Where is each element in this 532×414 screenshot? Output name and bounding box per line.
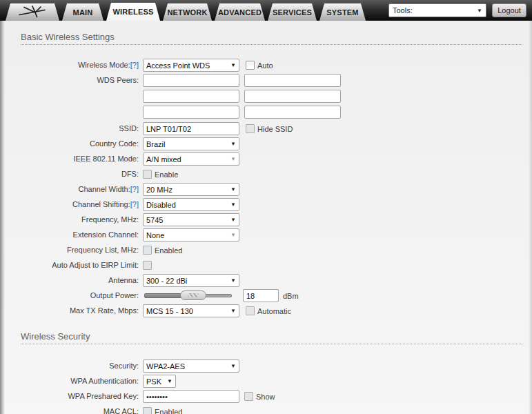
mac-acl-row: MAC ACL: Enabled — [0, 405, 532, 414]
wds-peers-grid — [141, 74, 341, 119]
wireless-security-title: Wireless Security — [21, 331, 522, 344]
tab-network[interactable]: NETWORK — [163, 3, 212, 21]
max-tx-rate-select[interactable]: MCS 15 - 130 ▼ — [143, 304, 239, 317]
frequency-list-row: Frequency List, MHz: Enabled — [0, 244, 532, 257]
security-select[interactable]: WPA2-AES ▼ — [143, 359, 239, 373]
wds-peer-input-1[interactable] — [143, 74, 239, 87]
channel-shifting-select[interactable]: Disabled ▼ — [143, 198, 239, 211]
eirp-limit-label: Auto Adjust to EIRP Limit: — [0, 261, 141, 270]
chevron-down-icon: ▼ — [230, 202, 236, 208]
wireless-security-section: Wireless Security Security: WPA2-AES ▼ W… — [0, 331, 532, 414]
extension-channel-label: Extension Channel: — [0, 230, 141, 239]
security-value: WPA2-AES — [146, 362, 185, 371]
ieee-mode-select: A/N mixed ▼ — [143, 152, 239, 166]
tab-strip: MAIN WIRELESS NETWORK ADVANCED SERVICES … — [0, 3, 366, 21]
channel-shifting-value: Disabled — [146, 201, 176, 209]
output-power-row: Output Power: dBm — [0, 289, 532, 302]
wpa-authentication-select[interactable]: PSK ▼ — [143, 375, 176, 388]
frequency-label: Frequency, MHz: — [0, 215, 141, 224]
logout-button[interactable]: Logout — [492, 3, 526, 17]
wds-peer-input-3[interactable] — [143, 90, 239, 103]
chevron-down-icon: ▼ — [477, 8, 482, 14]
wpa-authentication-label: WPA Authentication: — [0, 377, 141, 386]
ssid-input[interactable] — [143, 122, 239, 135]
channel-shifting-row: Channel Shifting:[?] Disabled ▼ — [0, 198, 532, 211]
basic-wireless-settings-title: Basic Wireless Settings — [21, 32, 522, 45]
dfs-label: DFS: — [0, 170, 141, 179]
dfs-enable-label: Enable — [155, 170, 178, 179]
wireless-mode-select[interactable]: Access Point WDS ▼ — [143, 59, 239, 72]
mac-acl-label: MAC ACL: — [0, 407, 141, 414]
output-power-input[interactable] — [243, 289, 279, 302]
tab-system[interactable]: SYSTEM — [319, 3, 366, 21]
wpa-authentication-value: PSK — [146, 377, 161, 386]
mac-acl-enabled-checkbox[interactable] — [143, 407, 152, 414]
channel-width-row: Channel Width:[?] 20 MHz ▼ — [0, 183, 532, 196]
wds-peer-input-2[interactable] — [244, 74, 341, 87]
page-content: Basic Wireless Settings Wireless Mode:[?… — [0, 21, 532, 414]
ieee-mode-label: IEEE 802.11 Mode: — [0, 155, 141, 164]
wireless-mode-row: Wireless Mode:[?] Access Point WDS ▼ Aut… — [0, 59, 532, 72]
hide-ssid-label: Hide SSID — [257, 125, 293, 133]
wpa-preshared-key-row: WPA Preshared Key: Show — [0, 390, 532, 403]
ssid-row: SSID: Hide SSID — [0, 122, 532, 135]
eirp-limit-checkbox[interactable] — [143, 261, 152, 270]
logo-tab[interactable] — [6, 3, 59, 21]
wireless-mode-auto-checkbox[interactable] — [246, 61, 255, 70]
tools-select[interactable]: Tools: ▼ — [388, 3, 486, 17]
show-key-checkbox[interactable] — [244, 392, 253, 401]
wds-peer-input-6[interactable] — [244, 106, 341, 119]
wds-peers-row: WDS Peers: — [0, 74, 532, 119]
eirp-limit-row: Auto Adjust to EIRP Limit: — [0, 259, 532, 272]
wireless-mode-help-link[interactable]: [?] — [130, 61, 139, 69]
security-label: Security: — [0, 362, 141, 371]
tab-advanced[interactable]: ADVANCED — [215, 3, 265, 21]
max-tx-rate-row: Max TX Rate, Mbps: MCS 15 - 130 ▼ Automa… — [0, 304, 532, 317]
extension-channel-select: None ▼ — [143, 228, 239, 241]
frequency-list-enabled-checkbox[interactable] — [143, 246, 152, 255]
chevron-down-icon: ▼ — [230, 63, 236, 68]
antenna-select[interactable]: 300 - 22 dBi ▼ — [143, 274, 239, 287]
max-tx-rate-value: MCS 15 - 130 — [146, 307, 193, 315]
frequency-row: Frequency, MHz: 5745 ▼ — [0, 213, 532, 226]
security-row: Security: WPA2-AES ▼ — [0, 359, 532, 373]
channel-shifting-label: Channel Shifting: — [72, 200, 130, 208]
tab-services[interactable]: SERVICES — [268, 3, 317, 21]
max-tx-rate-automatic-label: Automatic — [257, 307, 291, 315]
wireless-security-form: Security: WPA2-AES ▼ WPA Authentication:… — [0, 359, 532, 414]
channel-shifting-help-link[interactable]: [?] — [130, 200, 139, 208]
ieee-mode-row: IEEE 802.11 Mode: A/N mixed ▼ — [0, 152, 532, 166]
country-code-select[interactable]: Brazil ▼ — [143, 137, 239, 150]
frequency-list-label: Frequency List, MHz: — [0, 246, 141, 255]
slider-fill — [144, 293, 183, 298]
channel-width-label: Channel Width: — [79, 185, 130, 193]
max-tx-rate-automatic-checkbox[interactable] — [246, 306, 255, 315]
dfs-row: DFS: Enable — [0, 168, 532, 181]
top-navigation-bar: MAIN WIRELESS NETWORK ADVANCED SERVICES … — [0, 0, 532, 21]
channel-width-select[interactable]: 20 MHz ▼ — [143, 183, 239, 196]
hide-ssid-checkbox[interactable] — [246, 124, 255, 133]
wpa-preshared-key-input[interactable] — [143, 390, 239, 403]
chevron-down-icon: ▼ — [230, 157, 236, 162]
dfs-enable-checkbox[interactable] — [143, 170, 152, 179]
wds-peer-input-4[interactable] — [244, 90, 341, 103]
tools-select-value: Tools: — [393, 6, 413, 14]
wds-peer-input-5[interactable] — [143, 106, 239, 119]
tab-wireless[interactable]: WIRELESS — [106, 3, 160, 21]
channel-width-help-link[interactable]: [?] — [130, 185, 139, 193]
output-power-slider[interactable] — [144, 290, 232, 301]
wds-peers-label: WDS Peers: — [0, 74, 141, 85]
extension-channel-value: None — [146, 231, 164, 239]
output-power-label: Output Power: — [0, 291, 141, 300]
chevron-down-icon: ▼ — [230, 308, 236, 314]
country-code-value: Brazil — [146, 140, 166, 148]
chevron-down-icon: ▼ — [230, 217, 236, 223]
tab-main[interactable]: MAIN — [62, 3, 104, 21]
chevron-down-icon: ▼ — [230, 233, 236, 238]
wireless-mode-auto-label: Auto — [257, 61, 273, 70]
chevron-down-icon: ▼ — [230, 278, 236, 284]
antenna-value: 300 - 22 dBi — [146, 277, 187, 285]
slider-handle[interactable] — [180, 290, 206, 300]
frequency-select[interactable]: 5745 ▼ — [143, 213, 239, 226]
wpa-authentication-row: WPA Authentication: PSK ▼ — [0, 375, 532, 388]
